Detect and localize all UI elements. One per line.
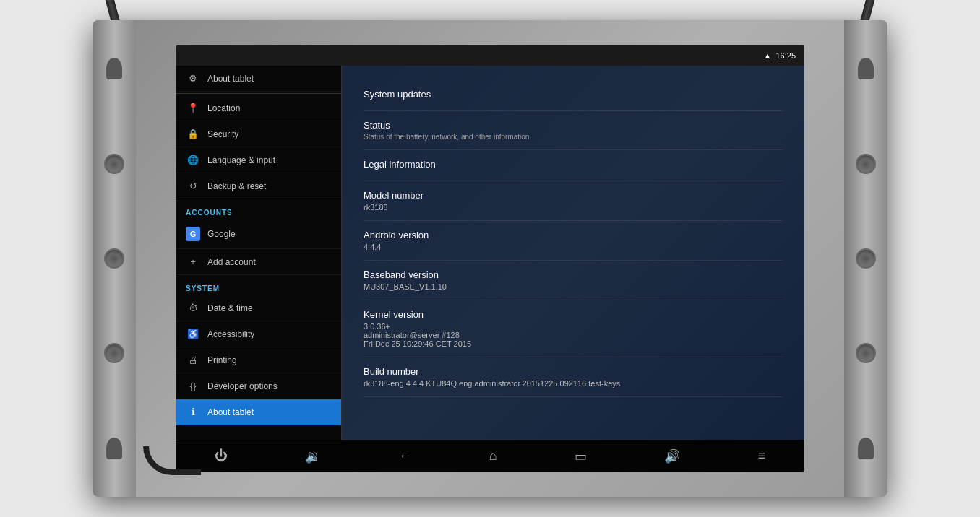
print-icon: 🖨	[186, 355, 200, 365]
screen-container: ▲ 16:25 ⚙ About tablet 📍	[176, 45, 804, 472]
bracket-right	[844, 20, 887, 497]
power-nav-icon[interactable]: ⏻	[209, 443, 233, 469]
sidebar-item-developer-label: Developer options	[207, 381, 278, 391]
mount-hole-left-1	[104, 154, 124, 174]
sidebar-item-about-bottom[interactable]: ℹ About tablet	[176, 399, 341, 425]
add-icon: +	[186, 256, 200, 267]
divider-system	[176, 277, 341, 277]
content-status[interactable]: Status Status of the battery, network, a…	[364, 111, 783, 150]
sidebar-item-datetime-label: Date & time	[207, 303, 253, 313]
info-icon: ℹ	[186, 407, 200, 417]
content-legal[interactable]: Legal information	[364, 150, 783, 181]
sidebar-item-google-label: Google	[207, 229, 236, 239]
bracket-left	[93, 20, 136, 497]
sidebar-item-security[interactable]: 🔒 Security	[176, 121, 341, 147]
build-value: rk3188-eng 4.4.4 KTU84Q eng.administrato…	[364, 379, 783, 388]
keyhole-bottom-left	[106, 438, 122, 459]
sidebar-item-datetime[interactable]: ⏱ Date & time	[176, 295, 341, 321]
accessibility-icon: ♿	[186, 329, 200, 339]
sidebar-item-location-label: Location	[207, 103, 240, 113]
legal-title: Legal information	[364, 159, 783, 170]
sidebar-item-about-top[interactable]: ⚙ About tablet	[176, 66, 341, 92]
sidebar-item-printing[interactable]: 🖨 Printing	[176, 347, 341, 373]
android-version-title: Android version	[364, 230, 783, 240]
google-icon: G	[186, 227, 200, 241]
sidebar-item-add-account[interactable]: + Add account	[176, 249, 341, 275]
sidebar-item-about-top-label: About tablet	[207, 74, 254, 84]
kernel-value: 3.0.36+ administrator@server #128 Fri De…	[364, 322, 783, 348]
baseband-value: MU307_BASE_V1.1.10	[364, 282, 783, 291]
android-version-value: 4.4.4	[364, 243, 783, 251]
build-title: Build number	[364, 366, 783, 377]
mount-hole-left-3	[104, 343, 124, 363]
divider-accounts	[176, 201, 341, 201]
content-kernel: Kernel version 3.0.36+ administrator@ser…	[364, 300, 783, 357]
keyhole-bottom-right	[858, 438, 874, 459]
status-title: Status	[364, 120, 783, 131]
backup-icon: ↺	[186, 181, 200, 191]
sidebar-item-about-bottom-label: About tablet	[207, 407, 254, 417]
sidebar-item-language[interactable]: 🌐 Language & input	[176, 147, 341, 173]
content-baseband: Baseband version MU307_BASE_V1.1.10	[364, 261, 783, 300]
status-bar: ▲ 16:25	[176, 45, 804, 66]
mount-hole-left-2	[104, 248, 124, 269]
menu-nav-icon[interactable]: ≡	[752, 443, 772, 469]
location-icon: 📍	[186, 103, 200, 113]
settings-sidebar: ⚙ About tablet 📍 Location 🔒 Security	[176, 66, 342, 440]
main-content: ⚙ About tablet 📍 Location 🔒 Security	[176, 66, 804, 440]
sidebar-item-backup[interactable]: ↺ Backup & reset	[176, 173, 341, 199]
lock-icon: 🔒	[186, 129, 200, 139]
time-display: 16:25	[775, 51, 796, 60]
model-title: Model number	[364, 190, 783, 201]
language-icon: 🌐	[186, 155, 200, 165]
back-nav-icon[interactable]: ←	[392, 443, 417, 469]
sidebar-item-security-label: Security	[207, 129, 238, 139]
tablet-frame: ▲ 16:25 ⚙ About tablet 📍	[93, 20, 887, 497]
content-model[interactable]: Model number rk3188	[364, 181, 783, 221]
mount-hole-right-3	[856, 343, 876, 363]
baseband-title: Baseband version	[364, 269, 783, 280]
keyhole-top-left	[106, 58, 122, 79]
mount-hole-right-2	[856, 248, 876, 269]
kernel-title: Kernel version	[364, 309, 783, 320]
volume-up-nav-icon[interactable]: 🔊	[658, 443, 686, 470]
mount-hole-right-1	[856, 154, 876, 174]
navigation-bar: ⏻ 🔉 ← ⌂ ▭ 🔊 ≡	[176, 440, 804, 472]
home-nav-icon[interactable]: ⌂	[483, 443, 503, 469]
model-value: rk3188	[364, 203, 783, 212]
content-android-version[interactable]: Android version 4.4.4	[364, 221, 783, 261]
recents-nav-icon[interactable]: ▭	[569, 443, 593, 470]
sidebar-item-language-label: Language & input	[207, 155, 275, 165]
clock-icon: ⏱	[186, 303, 200, 313]
gear-icon: ⚙	[186, 73, 200, 84]
sidebar-item-backup-label: Backup & reset	[207, 181, 266, 191]
system-section-header: SYSTEM	[176, 279, 341, 295]
settings-content: System updates Status Status of the batt…	[342, 66, 804, 440]
sidebar-item-add-account-label: Add account	[207, 257, 256, 267]
keyhole-top-right	[858, 58, 874, 79]
android-screen: ▲ 16:25 ⚙ About tablet 📍	[176, 45, 804, 472]
sidebar-item-printing-label: Printing	[207, 355, 237, 365]
wifi-icon: ▲	[764, 51, 772, 60]
system-updates-title: System updates	[364, 89, 783, 100]
developer-icon: {}	[186, 381, 200, 391]
volume-down-nav-icon[interactable]: 🔉	[299, 443, 327, 470]
sidebar-item-developer[interactable]: {} Developer options	[176, 373, 341, 399]
power-cable	[143, 446, 201, 475]
sidebar-item-accessibility-label: Accessibility	[207, 329, 254, 339]
divider-top	[176, 93, 341, 94]
content-build: Build number rk3188-eng 4.4.4 KTU84Q eng…	[364, 357, 783, 397]
accounts-section-header: ACCOUNTS	[176, 203, 341, 220]
status-subtitle: Status of the battery, network, and othe…	[364, 133, 783, 141]
sidebar-item-accessibility[interactable]: ♿ Accessibility	[176, 321, 341, 347]
content-system-updates[interactable]: System updates	[364, 80, 783, 111]
sidebar-item-google[interactable]: G Google	[176, 220, 341, 249]
sidebar-item-location[interactable]: 📍 Location	[176, 95, 341, 121]
status-icons: ▲ 16:25	[764, 51, 796, 60]
